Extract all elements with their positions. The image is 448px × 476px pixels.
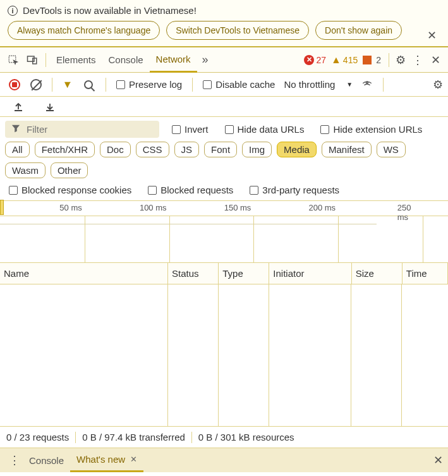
close-banner-button[interactable]: ✕ <box>423 28 440 43</box>
main-tabs-bar: Elements Console Network » ✕27 ▲415 2 ⚙ … <box>0 47 448 73</box>
inspect-element-icon[interactable] <box>6 53 20 67</box>
divider <box>106 78 106 92</box>
requests-summary: 0 / 23 requests <box>6 432 69 442</box>
blocked-requests-checkbox[interactable]: Blocked requests <box>144 185 237 195</box>
status-bar: 0 / 23 requests 0 B / 97.4 kB transferre… <box>0 427 448 448</box>
invert-checkbox[interactable]: Invert <box>168 124 212 135</box>
type-chip-css[interactable]: CSS <box>136 142 169 157</box>
io-row <box>0 97 448 117</box>
tab-elements[interactable]: Elements <box>50 47 102 73</box>
device-toolbar-icon[interactable] <box>25 53 39 67</box>
drawer-tabs: ⋮ Console What's new✕ ✕ <box>0 448 448 472</box>
filter-toggle-icon[interactable]: ▼. <box>61 78 75 92</box>
column-header-type[interactable]: Type <box>219 263 269 284</box>
language-banner: i DevTools is now available in Vietnames… <box>0 0 448 47</box>
type-chip-media[interactable]: Media <box>277 142 317 157</box>
column-header-time[interactable]: Time <box>402 263 447 284</box>
throttling-select[interactable]: No throttling▼ <box>281 79 355 90</box>
divider <box>383 78 384 92</box>
issue-count[interactable]: 2 <box>361 55 382 65</box>
blocked-cookies-checkbox[interactable]: Blocked response cookies <box>5 185 135 195</box>
type-chip-fetchxhr[interactable]: Fetch/XHR <box>35 142 95 157</box>
type-chip-all[interactable]: All <box>5 142 30 157</box>
hide-data-urls-checkbox[interactable]: Hide data URLs <box>221 124 308 135</box>
funnel-icon <box>11 124 20 135</box>
close-tab-icon[interactable]: ✕ <box>130 455 137 464</box>
filter-input-wrapper[interactable] <box>5 121 159 138</box>
drawer-menu-icon[interactable]: ⋮ <box>5 453 23 467</box>
preserve-log-checkbox[interactable]: Preserve log <box>112 79 186 90</box>
hide-extension-urls-checkbox[interactable]: Hide extension URLs <box>317 124 426 135</box>
network-settings-icon[interactable]: ⚙ <box>433 78 443 92</box>
timeline-tick: 200 ms <box>308 203 338 212</box>
transferred-summary: 0 B / 97.4 kB transferred <box>82 432 185 442</box>
network-conditions-icon[interactable] <box>360 78 374 92</box>
type-chip-other[interactable]: Other <box>51 162 88 178</box>
settings-icon[interactable]: ⚙ <box>396 53 406 67</box>
type-chip-ws[interactable]: WS <box>377 142 406 157</box>
column-header-initiator[interactable]: Initiator <box>269 263 351 284</box>
divider <box>192 78 193 92</box>
drawer-tab-whats-new[interactable]: What's new✕ <box>70 448 143 472</box>
banner-title: DevTools is now available in Vietnamese! <box>23 5 197 16</box>
info-icon: i <box>8 6 18 16</box>
divider <box>45 53 46 67</box>
match-chrome-language-button[interactable]: Always match Chrome's language <box>8 21 160 40</box>
warning-count[interactable]: ▲415 <box>330 54 359 66</box>
divider <box>389 53 389 67</box>
network-table-body <box>0 284 448 427</box>
drawer-tab-console[interactable]: Console <box>23 448 70 472</box>
kebab-menu-icon[interactable]: ⋮ <box>408 53 426 67</box>
network-toolbar: ▼. Preserve log Disable cache No throttl… <box>0 73 448 97</box>
record-button[interactable] <box>8 78 21 92</box>
type-chip-img[interactable]: Img <box>242 142 272 157</box>
clear-button[interactable] <box>29 78 43 92</box>
network-table: NameStatusTypeInitiatorSizeTime <box>0 263 448 284</box>
type-filter-chips: AllFetch/XHRDocCSSJSFontImgMediaManifest… <box>0 139 448 182</box>
type-chip-manifest[interactable]: Manifest <box>322 142 372 157</box>
tab-network[interactable]: Network <box>150 47 197 73</box>
column-header-name[interactable]: Name <box>0 263 168 284</box>
switch-devtools-language-button[interactable]: Switch DevTools to Vietnamese <box>166 21 309 40</box>
timeline-tick: 100 ms <box>140 203 169 212</box>
extra-filters-row: Blocked response cookies Blocked request… <box>0 182 448 201</box>
column-header-status[interactable]: Status <box>168 263 219 284</box>
tab-console[interactable]: Console <box>102 47 150 73</box>
upload-har-icon[interactable] <box>11 100 25 114</box>
timeline-tick: 50 ms <box>59 203 84 212</box>
filter-row: Invert Hide data URLs Hide extension URL… <box>0 117 448 139</box>
third-party-checkbox[interactable]: 3rd-party requests <box>246 185 343 195</box>
disable-cache-checkbox[interactable]: Disable cache <box>199 79 279 90</box>
more-tabs-icon[interactable]: » <box>197 53 214 66</box>
type-chip-font[interactable]: Font <box>204 142 237 157</box>
filter-input[interactable] <box>25 123 153 135</box>
resources-summary: 0 B / 301 kB resources <box>198 432 294 442</box>
column-header-size[interactable]: Size <box>351 263 402 284</box>
type-chip-wasm[interactable]: Wasm <box>5 162 45 178</box>
timeline-tick: 150 ms <box>224 203 254 212</box>
type-chip-js[interactable]: JS <box>174 142 200 157</box>
timeline-overview[interactable]: 50 ms100 ms150 ms200 ms250 ms <box>0 201 448 263</box>
error-count[interactable]: ✕27 <box>303 55 327 65</box>
close-devtools-icon[interactable]: ✕ <box>428 53 443 67</box>
close-drawer-icon[interactable]: ✕ <box>433 453 443 467</box>
dont-show-again-button[interactable]: Don't show again <box>315 21 402 40</box>
search-icon[interactable] <box>83 78 97 92</box>
download-har-icon[interactable] <box>43 100 57 114</box>
divider <box>52 78 52 92</box>
type-chip-doc[interactable]: Doc <box>100 142 131 157</box>
